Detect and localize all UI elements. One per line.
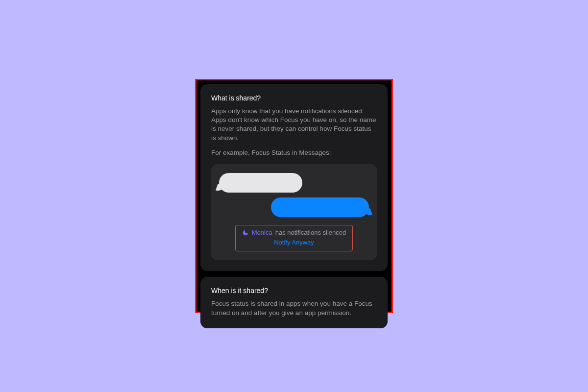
incoming-message-bubble <box>219 173 302 193</box>
outgoing-message-bubble <box>271 197 369 217</box>
notify-anyway-button[interactable]: Notify Anyway <box>240 238 348 247</box>
paragraph: Apps only know that you have notificatio… <box>211 107 377 143</box>
paragraph: For example, Focus Status in Messages: <box>211 148 377 157</box>
paragraph: Focus status is shared in apps when you … <box>211 299 377 317</box>
card-title: When is it shared? <box>211 287 377 294</box>
bubble-row <box>219 197 369 217</box>
status-suffix: has notifications silenced <box>275 228 346 237</box>
focus-status-banner: Monica has notifications silenced Notify… <box>235 225 353 251</box>
bubble-row <box>219 173 369 193</box>
card-title: What is shared? <box>211 94 377 102</box>
contact-name: Monica <box>252 228 272 237</box>
card-when-is-shared: When is it shared? Focus status is share… <box>200 277 388 328</box>
messages-example: Monica has notifications silenced Notify… <box>211 164 377 260</box>
moon-icon <box>242 229 249 236</box>
card-body: Focus status is shared in apps when you … <box>211 299 377 317</box>
card-what-is-shared: What is shared? Apps only know that you … <box>200 84 388 271</box>
device-frame: What is shared? Apps only know that you … <box>195 79 393 313</box>
focus-status-line: Monica has notifications silenced <box>240 228 348 237</box>
screen: What is shared? Apps only know that you … <box>200 84 388 308</box>
card-body: Apps only know that you have notificatio… <box>211 107 377 260</box>
